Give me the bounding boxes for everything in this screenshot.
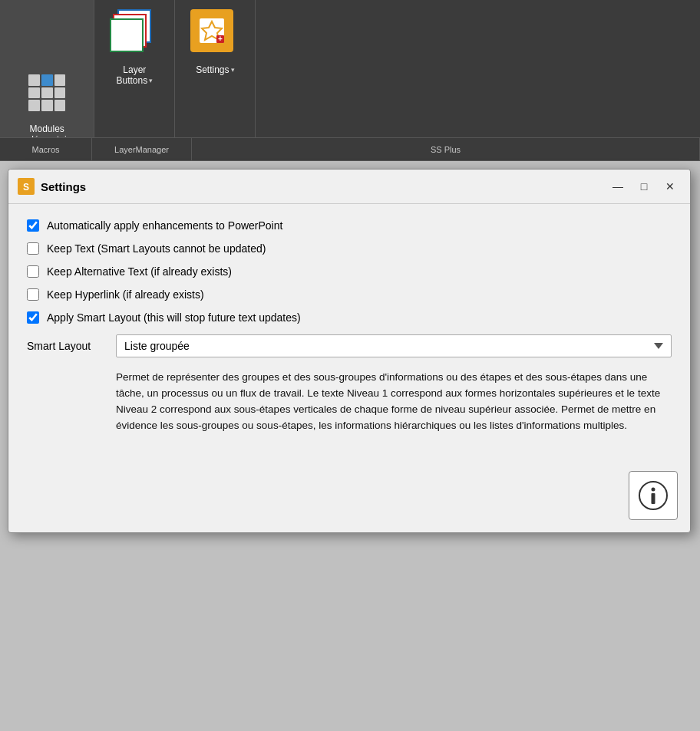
checkbox-row-5: Apply Smart Layout (this will stop futur…: [27, 311, 672, 324]
svg-text:S: S: [23, 182, 29, 193]
checkbox-row-1: Automatically apply enhancements to Powe…: [27, 219, 672, 232]
checkbox-auto-apply[interactable]: [27, 219, 39, 232]
settings-icon: +: [190, 9, 233, 52]
ribbon-modules[interactable]: Modules complémentaires ▾: [0, 0, 94, 160]
checkbox-keep-alt-text-label[interactable]: Keep Alternative Text (if already exists…: [47, 265, 232, 278]
layer-buttons-icon-area: [110, 9, 159, 58]
ribbon-settings[interactable]: + Settings ▾: [175, 0, 256, 160]
module-cell: [41, 87, 53, 99]
settings-icon-area: +: [190, 9, 239, 58]
layer-buttons-label2: Buttons ▾: [117, 75, 154, 86]
dialog-title-text: Settings: [41, 180, 607, 193]
layer-buttons-label: Layer: [123, 64, 146, 75]
module-cell: [28, 87, 40, 99]
checkbox-row-2: Keep Text (Smart Layouts cannot be updat…: [27, 242, 672, 255]
page-green: [110, 18, 144, 52]
minimize-button[interactable]: —: [607, 176, 629, 197]
smart-layout-label: Smart Layout: [27, 340, 104, 352]
info-button[interactable]: [629, 471, 678, 520]
ribbon-bottom-labels: Macros LayerManager SS Plus: [0, 137, 700, 160]
modules-label: Modules: [30, 123, 64, 134]
dialog-icon-svg: S: [18, 179, 34, 194]
ribbon-layer-buttons[interactable]: Layer Buttons ▾: [94, 0, 175, 160]
smart-layout-row: Smart Layout Liste groupée: [27, 334, 672, 357]
settings-svg-icon: +: [198, 17, 226, 44]
checkbox-keep-hyperlink-label[interactable]: Keep Hyperlink (if already exists): [47, 288, 204, 301]
module-cell: [54, 87, 66, 99]
checkbox-apply-smart-layout-label[interactable]: Apply Smart Layout (this will stop futur…: [47, 311, 301, 324]
module-cell: [28, 100, 40, 111]
module-cell: [28, 74, 40, 86]
settings-dialog: S Settings — □ ✕ Automatically apply enh…: [8, 169, 691, 533]
layer-manager-bottom-label: LayerManager: [92, 138, 192, 160]
module-cell: [54, 100, 66, 111]
checkbox-keep-hyperlink[interactable]: [27, 288, 39, 301]
macros-bottom-label: Macros: [0, 138, 92, 160]
dialog-title-icon: S: [18, 178, 35, 195]
layer-buttons-dropdown-arrow: ▾: [149, 77, 153, 84]
dialog-titlebar: S Settings — □ ✕: [8, 170, 690, 204]
smart-layout-select[interactable]: Liste groupée: [116, 334, 672, 357]
dialog-content: Automatically apply enhancements to Powe…: [8, 204, 690, 465]
checkbox-row-4: Keep Hyperlink (if already exists): [27, 288, 672, 301]
settings-label: Settings ▾: [196, 64, 234, 75]
checkbox-keep-text-label[interactable]: Keep Text (Smart Layouts cannot be updat…: [47, 242, 266, 255]
description-text: Permet de représenter des groupes et des…: [27, 367, 672, 437]
module-cell: [41, 74, 53, 86]
layer-buttons-label-area: Layer Buttons ▾: [117, 64, 154, 86]
ss-plus-bottom-label: SS Plus: [192, 138, 700, 160]
checkbox-keep-alt-text[interactable]: [27, 265, 39, 278]
checkbox-auto-apply-label[interactable]: Automatically apply enhancements to Powe…: [47, 219, 282, 232]
checkbox-row-3: Keep Alternative Text (if already exists…: [27, 265, 672, 278]
svg-text:+: +: [218, 35, 223, 43]
settings-dropdown-arrow: ▾: [231, 66, 235, 74]
module-cell: [41, 100, 53, 111]
dialog-footer: [8, 465, 690, 532]
svg-rect-8: [652, 493, 655, 504]
checkbox-apply-smart-layout[interactable]: [27, 311, 39, 324]
checkbox-keep-text[interactable]: [27, 242, 39, 255]
close-button[interactable]: ✕: [659, 176, 681, 197]
dialog-controls: — □ ✕: [607, 176, 681, 197]
ribbon: Modules complémentaires ▾ Layer Buttons …: [0, 0, 700, 161]
modules-icon-area: [22, 68, 71, 117]
maximize-button[interactable]: □: [633, 176, 655, 197]
svg-point-7: [652, 487, 655, 491]
layer-buttons-icon: [110, 9, 153, 52]
settings-label-area: Settings ▾: [196, 64, 234, 75]
module-cell: [54, 74, 66, 86]
modules-icon: [25, 71, 68, 114]
info-icon: [638, 480, 669, 511]
